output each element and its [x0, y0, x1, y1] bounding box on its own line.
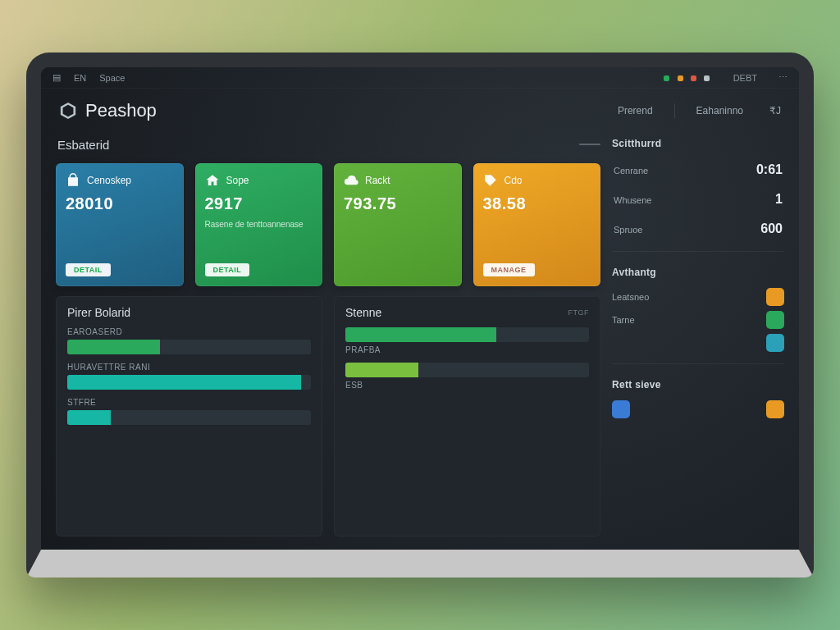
bar-row: HURAVETTRE RANI	[67, 363, 311, 390]
progress-bar	[67, 340, 311, 354]
sidebar-heading: Avthantg	[612, 267, 784, 278]
progress-bar	[345, 327, 589, 342]
card-label: Rackt	[365, 175, 390, 186]
right-sidebar: Scitthurrd Cenrane 0:61 Whusene 1 Spruoe…	[612, 135, 784, 536]
panel-title: Pirer Bolarid	[67, 306, 311, 319]
color-chip-icon[interactable]	[766, 400, 784, 418]
app-bar: Peashop Prerend Eahaninno ₹J	[41, 89, 799, 130]
card-value: 793.75	[344, 194, 452, 213]
sidebar-chip-row	[612, 400, 784, 418]
topnav-currency-icon[interactable]: ₹J	[769, 105, 781, 116]
indicator-dot	[664, 75, 669, 81]
progress-bar	[345, 363, 589, 377]
top-nav: Prerend Eahaninno ₹J	[618, 103, 781, 118]
indicator-dot	[691, 75, 696, 81]
indicator-dot	[704, 75, 710, 81]
bag-icon	[66, 173, 80, 188]
card-value: 2917	[205, 194, 313, 213]
bar-label: ESB	[345, 381, 589, 390]
lower-panels: Pirer Bolarid EAROASERD HURAVETTRE RANI …	[56, 296, 600, 536]
metric-card-rackt[interactable]: Rackt 793.75	[334, 163, 462, 286]
card-label: Cdo	[504, 175, 523, 186]
card-action-button[interactable]: DETAIL	[205, 263, 250, 276]
bar-label: STFRE	[67, 398, 311, 407]
os-menubar: ▤ EN Space DEBT ⋯	[41, 67, 799, 89]
divider	[612, 251, 784, 252]
sidebar-item-label: Tarne	[612, 315, 635, 325]
progress-bar	[67, 410, 311, 425]
bar-row: STFRE	[67, 398, 311, 425]
dashboard-title: Esbaterid	[57, 138, 109, 152]
tag-icon	[483, 173, 498, 188]
sidebar-item[interactable]: Tarne	[612, 311, 784, 329]
metric-card-cenoskep[interactable]: Cenoskep 28010 DETAIL	[56, 163, 184, 286]
color-chip-icon	[766, 311, 784, 329]
color-chip-icon[interactable]	[612, 400, 630, 418]
progress-bar	[67, 375, 311, 390]
sidebar-item-label	[612, 338, 614, 348]
card-subtext: Rasene de tenttoannenase	[205, 220, 313, 229]
menu-icon: ▤	[52, 72, 61, 83]
metric-card-cdo[interactable]: Cdo 38.58 MANAGE	[473, 163, 601, 286]
sidebar-heading: Rett sieve	[612, 379, 784, 390]
sidebar-list: Leatsneo Tarne	[612, 288, 784, 352]
metric-card-sope[interactable]: Sope 2917 Rasene de tenttoannenase DETAI…	[195, 163, 323, 286]
topnav-divider	[674, 103, 675, 118]
stat-value: 1	[775, 192, 783, 207]
laptop-frame: elshop ▤ EN Space DEBT ⋯ Peashop	[26, 52, 814, 578]
divider	[612, 363, 784, 364]
stat-row: Whusene 1	[612, 189, 784, 210]
bar-row: EAROASERD	[67, 327, 311, 354]
card-action-button[interactable]: MANAGE	[483, 263, 535, 276]
panel-badge: FTGF	[568, 308, 590, 317]
stat-key: Cenrane	[614, 166, 648, 176]
stat-row: Spruoe 600	[612, 218, 784, 240]
bar-label: PRAFBA	[345, 345, 589, 354]
app-logo-icon	[59, 102, 77, 120]
stat-key: Whusene	[614, 195, 651, 205]
sidebar-item[interactable]	[612, 334, 784, 352]
menubar-item[interactable]: Space	[99, 73, 125, 83]
bar-label: EAROASERD	[67, 327, 311, 336]
card-action-button[interactable]: DETAIL	[66, 263, 111, 276]
indicator-dot	[678, 75, 683, 81]
laptop-brand: elshop	[41, 559, 799, 574]
cloud-icon	[344, 173, 358, 188]
status-indicators	[661, 73, 711, 83]
panel-left: Pirer Bolarid EAROASERD HURAVETTRE RANI …	[56, 296, 322, 536]
panel-right: Stenne FTGF PRAFBA ESB	[334, 296, 600, 536]
card-value: 38.58	[483, 194, 591, 213]
main-column: Esbaterid Cenoskep 28010 DETAIL	[56, 135, 600, 536]
stat-key: Spruoe	[614, 225, 642, 235]
color-chip-icon	[766, 334, 784, 352]
stat-value: 600	[760, 221, 783, 236]
home-icon	[205, 173, 220, 188]
topnav-item[interactable]: Prerend	[618, 105, 653, 116]
topnav-item[interactable]: Eahaninno	[696, 105, 743, 116]
bar-label: HURAVETTRE RANI	[67, 363, 311, 372]
menubar-overflow-icon[interactable]: ⋯	[778, 72, 788, 83]
bar-row: ESB	[345, 363, 589, 390]
card-label: Cenoskep	[87, 175, 131, 186]
panel-title: Stenne	[345, 306, 381, 319]
stat-value: 0:61	[756, 162, 783, 177]
metric-cards-row: Cenoskep 28010 DETAIL Sope 2917 Rasene d…	[56, 163, 600, 286]
app-name: Peashop	[85, 100, 157, 121]
app-screen: ▤ EN Space DEBT ⋯ Peashop Prerend E	[41, 67, 799, 550]
menubar-right-label: DEBT	[733, 73, 757, 83]
collapse-icon[interactable]	[579, 144, 600, 145]
card-value: 28010	[66, 194, 174, 213]
sidebar-item-label: Leatsneo	[612, 292, 649, 302]
card-label: Sope	[226, 175, 249, 186]
menubar-item[interactable]: EN	[74, 73, 86, 83]
stat-row: Cenrane 0:61	[612, 159, 784, 180]
sidebar-item[interactable]: Leatsneo	[612, 288, 784, 306]
sidebar-heading: Scitthurrd	[612, 138, 784, 149]
color-chip-icon	[766, 288, 784, 306]
bar-row: PRAFBA	[345, 327, 589, 354]
